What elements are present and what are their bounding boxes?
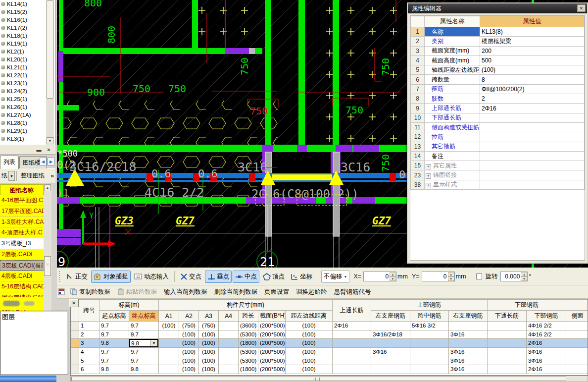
span-cell[interactable]: (200*500) (258, 330, 286, 339)
span-cell[interactable] (566, 365, 588, 374)
component-list-item[interactable]: KL27(1A) (0, 111, 46, 119)
span-cell[interactable]: (200*500) (258, 322, 286, 330)
row-indicator[interactable] (71, 347, 79, 356)
property-value[interactable]: 8 (480, 75, 585, 84)
component-list-item[interactable]: KL21(1) (0, 63, 46, 71)
property-row[interactable]: 1名称KL13(8) (411, 27, 585, 37)
span-cell[interactable]: (100) (286, 322, 333, 330)
span-cell[interactable] (219, 339, 239, 348)
property-row[interactable]: 13其它箍筋 (411, 142, 585, 151)
drawing-list-item[interactable]: 5-16层结构.CAD (0, 281, 44, 292)
drawing-list-item[interactable]: 4层板.CADI (0, 271, 44, 282)
row-indicator[interactable] (71, 339, 79, 348)
span-cell[interactable]: (200*500) (258, 365, 286, 374)
span-cell[interactable] (333, 347, 371, 356)
component-list-item[interactable]: KL28(1) (0, 119, 46, 127)
span-cell[interactable] (159, 347, 179, 356)
component-list-item[interactable]: KL2(1) (0, 48, 46, 55)
span-cell[interactable]: (100) (199, 356, 219, 365)
scroll-down-icon[interactable]: ▼ (47, 137, 53, 144)
span-cell[interactable]: 9.7 (129, 356, 159, 365)
manage-drawings-button[interactable]: 整理图纸 (18, 170, 47, 181)
y-coordinate-stepper[interactable]: ▲▼ (422, 272, 455, 281)
tab-component-list[interactable]: 列表 (0, 156, 19, 169)
span-cell[interactable] (333, 365, 371, 374)
drawing-list-item[interactable]: 3层板.CADI(当前 (0, 260, 44, 271)
span-toolbar-button[interactable]: 调换起始跨 (294, 286, 329, 298)
span-cell[interactable]: 3Φ16 (371, 347, 410, 356)
span-cell[interactable]: 3 (79, 339, 99, 348)
span-cell[interactable]: 3Φ16 (449, 347, 488, 356)
drawing-list-item[interactable]: 3号楼板_t3 (0, 238, 44, 249)
span-cell[interactable]: (5300) (239, 356, 258, 365)
group-elevation[interactable]: 标高(m) (99, 300, 159, 311)
property-row[interactable]: 14备注 (411, 151, 585, 161)
column-header[interactable]: 起点标高 (99, 311, 129, 322)
span-cell[interactable]: (200*500) (258, 356, 286, 365)
span-cell[interactable] (488, 347, 527, 356)
row-indicator[interactable] (71, 322, 79, 330)
toolbar-grip[interactable] (59, 271, 61, 282)
span-cell[interactable]: 9.7 (99, 330, 129, 339)
property-name[interactable]: 上部通长筋 (425, 104, 480, 113)
cell-editor[interactable]: 9.8▼ (129, 339, 158, 347)
property-name[interactable]: 其它箍筋 (425, 142, 480, 151)
property-row[interactable]: 6跨数量8 (411, 75, 585, 84)
span-row[interactable]: 49.79.7(100)(100)(5300)(200*500)(100)3Φ1… (71, 347, 588, 356)
x-coordinate-input[interactable] (364, 273, 390, 280)
drawing-list-item[interactable]: 4-顶层柱大样.C (0, 227, 44, 238)
span-cell[interactable]: (100) (179, 330, 199, 339)
span-cell[interactable]: 9.7 (99, 322, 129, 330)
column-header[interactable]: 右支座钢筋 (449, 311, 488, 322)
scrollbar-thumb[interactable] (71, 377, 566, 381)
rotate-input[interactable] (501, 273, 521, 280)
cell-editor-value[interactable]: 9.8 (130, 340, 150, 346)
scroll-up-icon[interactable]: ▲ (44, 184, 51, 191)
span-cell[interactable] (410, 347, 449, 356)
property-row[interactable]: 4截面高度(mm)500 (411, 55, 585, 65)
property-row[interactable]: 5轴线距梁左边线距(100) (411, 65, 585, 75)
span-cell[interactable]: 2Φ16 (527, 339, 566, 348)
span-toolbar-button[interactable]: 页面设置 (262, 286, 291, 298)
property-row[interactable]: 38+显示样式 (411, 180, 585, 189)
property-value[interactable]: 500 (480, 55, 585, 65)
horizontal-scrollbar[interactable] (70, 376, 588, 382)
column-header[interactable]: 终点标高 (129, 311, 159, 322)
span-cell[interactable]: (100) (286, 356, 333, 365)
span-toolbar-button[interactable]: 悬臂钢筋代号 (332, 286, 373, 298)
close-icon[interactable]: ✕ (45, 146, 52, 153)
column-header[interactable]: 左支座钢筋 (371, 311, 410, 322)
property-row[interactable]: 12拉筋 (411, 132, 585, 142)
property-name[interactable]: 侧面构造或受扭筋 (425, 122, 480, 132)
column-header[interactable]: 跨中钢筋 (410, 311, 449, 322)
column-header[interactable]: A4 (219, 311, 239, 322)
vertex-snap-button[interactable]: 顶点 (260, 271, 287, 283)
property-name[interactable]: +显示样式 (425, 180, 480, 189)
spin-up-icon[interactable]: ▲ (521, 272, 527, 276)
span-cell[interactable] (566, 322, 588, 330)
intersection-snap-button[interactable]: 交点 (178, 271, 204, 283)
span-cell[interactable] (371, 339, 410, 348)
span-cell[interactable]: 9.7 (99, 356, 129, 365)
drawing-list-item[interactable]: 4-16层平面图.C (0, 195, 44, 206)
span-cell[interactable]: 4Φ16 2/2 (527, 322, 566, 330)
span-cell[interactable]: (100) (179, 339, 199, 348)
span-cell[interactable]: (1800) (239, 365, 258, 374)
property-row[interactable]: 10下部通长筋 (411, 113, 585, 122)
column-header[interactable]: 距左边线距离 (286, 311, 333, 322)
span-cell[interactable] (371, 322, 410, 330)
property-value[interactable] (480, 151, 585, 161)
column-header[interactable]: A2 (179, 311, 199, 322)
span-cell[interactable]: (100) (179, 347, 199, 356)
component-list-item[interactable]: KL24(2) (0, 87, 46, 95)
property-row[interactable]: 15+其它属性 (411, 161, 585, 170)
span-cell[interactable]: (100) (199, 339, 219, 348)
property-row[interactable]: 2类别楼层框架梁 (411, 37, 585, 46)
span-cell[interactable]: (5300) (239, 347, 258, 356)
row-indicator[interactable] (71, 330, 79, 339)
span-toolbar-button[interactable]: 输入当前列数据 (162, 286, 209, 298)
span-row[interactable]: 29.79.7(100)(100)(5300)(200*500)(100)3Φ1… (71, 330, 588, 339)
span-cell[interactable]: (100) (286, 339, 333, 348)
span-cell[interactable] (566, 339, 588, 348)
pin-icon[interactable]: ▬ (35, 146, 43, 153)
